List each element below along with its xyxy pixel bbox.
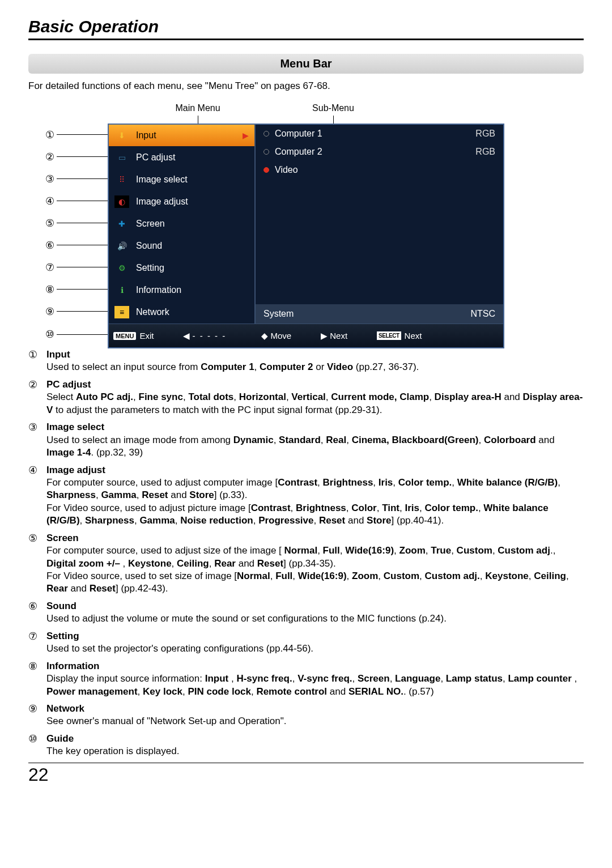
desc-title: Screen	[46, 532, 584, 544]
menu-item-network[interactable]: ≡Network	[109, 301, 254, 324]
desc-item: ⑨NetworkSee owner's manual of "Network S…	[28, 703, 584, 728]
desc-text: Used to set the projector's operating co…	[46, 643, 584, 655]
exit-label: Exit	[139, 331, 154, 341]
desc-item: ⑤ScreenFor computer source, used to adju…	[28, 532, 584, 595]
radio-icon	[264, 131, 269, 137]
sub-item-computer-2[interactable]: Computer 2RGB	[256, 143, 503, 161]
sub-item-value: RGB	[475, 147, 495, 157]
setting-icon: ⚙	[114, 262, 129, 274]
sub-item-computer-1[interactable]: Computer 1RGB	[256, 125, 503, 143]
page-number: 22	[28, 763, 584, 785]
desc-title: Setting	[46, 630, 584, 643]
menu-item-image-select[interactable]: ⠿Image select	[109, 169, 254, 191]
callout-6: ⑥	[45, 234, 108, 256]
desc-item: ③Image selectUsed to select an image mod…	[28, 421, 584, 459]
sub-item-label: Video	[275, 165, 495, 175]
desc-item: ⑦SettingUsed to set the projector's oper…	[28, 630, 584, 656]
sub-item-video[interactable]: Video	[256, 161, 503, 179]
select-key-box: SELECT	[377, 331, 401, 340]
image-adjust-icon: ◐	[114, 195, 129, 208]
label-sub-menu: Sub-Menu	[294, 103, 373, 113]
dashes: - - - - -	[193, 331, 227, 341]
desc-text: For computer source, used to adjust comp…	[46, 476, 584, 527]
menu-item-label: Image adjust	[136, 197, 249, 207]
desc-text: See owner's manual of "Network Set-up an…	[46, 715, 584, 727]
menu-item-image-adjust[interactable]: ◐Image adjust	[109, 191, 254, 213]
menu-item-label: Network	[136, 307, 249, 317]
desc-number: ⑧	[28, 660, 46, 698]
menu-item-label: Information	[136, 285, 249, 295]
radio-icon	[264, 149, 269, 155]
desc-number: ⑩	[28, 733, 46, 758]
desc-number: ⑦	[28, 630, 46, 656]
description-list: ①InputUsed to select an input source fro…	[28, 348, 584, 758]
label-main-menu: Main Menu	[125, 103, 271, 113]
desc-title: Guide	[46, 733, 584, 745]
left-arrow-icon: ◀	[183, 331, 190, 341]
callout-8: ⑧	[45, 278, 108, 300]
menu-item-label: Setting	[136, 263, 249, 273]
radio-icon	[264, 167, 269, 173]
desc-number: ②	[28, 378, 46, 416]
desc-number: ⑤	[28, 532, 46, 595]
main-menu-column: ⬇Input▶▭PC adjust⠿Image select◐Image adj…	[109, 125, 255, 324]
desc-text: Used to adjust the volume or mute the so…	[46, 612, 584, 625]
menu-item-label: Image select	[136, 175, 249, 185]
desc-text: For computer source, used to adjust size…	[46, 544, 584, 595]
desc-number: ③	[28, 421, 46, 459]
move-label: Move	[270, 331, 291, 341]
desc-text: Display the input source information: In…	[46, 673, 584, 698]
desc-item: ⑥SoundUsed to adjust the volume or mute …	[28, 600, 584, 626]
desc-text: The key operation is displayed.	[46, 745, 584, 758]
number-callouts: ①②③④⑤⑥⑦⑧⑨⑩	[45, 124, 108, 348]
screen-icon: ✚	[114, 218, 129, 230]
play-arrow-icon: ▶	[243, 131, 249, 140]
menu-diagram: Main Menu Sub-Menu ①②③④⑤⑥⑦⑧⑨⑩ ⬇Input▶▭PC…	[28, 103, 584, 348]
desc-item: ①InputUsed to select an input source fro…	[28, 348, 584, 374]
callout-3: ③	[45, 168, 108, 190]
menu-item-setting[interactable]: ⚙Setting	[109, 257, 254, 279]
callout-5: ⑤	[45, 212, 108, 234]
sub-item-label: Computer 2	[275, 147, 475, 157]
input-icon: ⬇	[114, 129, 129, 142]
network-icon: ≡	[114, 306, 129, 318]
menu-item-label: PC adjust	[136, 152, 249, 163]
section-header-menu-bar: Menu Bar	[28, 54, 584, 74]
right-arrow-icon: ▶	[321, 331, 328, 341]
desc-title: PC adjust	[46, 378, 584, 391]
menu-item-label: Sound	[136, 241, 249, 251]
menu-item-input[interactable]: ⬇Input▶	[109, 125, 254, 147]
desc-item: ④Image adjustFor computer source, used t…	[28, 464, 584, 527]
system-row: System NTSC	[256, 304, 503, 324]
desc-text: Used to select an input source from Comp…	[46, 361, 584, 373]
menu-item-sound[interactable]: 🔊Sound	[109, 235, 254, 257]
information-icon: ℹ	[114, 284, 129, 296]
desc-text: Select Auto PC adj., Fine sync, Total do…	[46, 391, 584, 416]
desc-number: ④	[28, 464, 46, 527]
desc-text: Used to select an image mode from among …	[46, 434, 584, 459]
pc-adjust-icon: ▭	[114, 151, 129, 164]
menu-item-information[interactable]: ℹInformation	[109, 279, 254, 301]
page-title: Basic Operation	[28, 17, 584, 40]
desc-title: Information	[46, 660, 584, 673]
menu-item-pc-adjust[interactable]: ▭PC adjust	[109, 147, 254, 169]
desc-item: ⑩GuideThe key operation is displayed.	[28, 733, 584, 758]
desc-number: ⑨	[28, 703, 46, 728]
sub-item-label: Computer 1	[275, 129, 475, 139]
desc-item: ②PC adjustSelect Auto PC adj., Fine sync…	[28, 378, 584, 416]
sub-item-value: RGB	[475, 129, 495, 139]
menu-item-screen[interactable]: ✚Screen	[109, 213, 254, 235]
callout-9: ⑨	[45, 300, 108, 322]
callout-2: ②	[45, 146, 108, 168]
desc-item: ⑧InformationDisplay the input source inf…	[28, 660, 584, 698]
next-label-1: Next	[330, 331, 347, 341]
desc-title: Image adjust	[46, 464, 584, 476]
menu-item-label: Input	[136, 130, 243, 141]
image-select-icon: ⠿	[114, 173, 129, 186]
desc-title: Image select	[46, 421, 584, 433]
callout-1: ①	[45, 124, 108, 146]
intro-text: For detailed functions of each menu, see…	[28, 80, 584, 92]
bottom-guide-bar: MENUExit ◀ - - - - - ◆ Move ▶ Next SELEC…	[109, 324, 503, 347]
callout-7: ⑦	[45, 256, 108, 278]
desc-number: ①	[28, 348, 46, 374]
